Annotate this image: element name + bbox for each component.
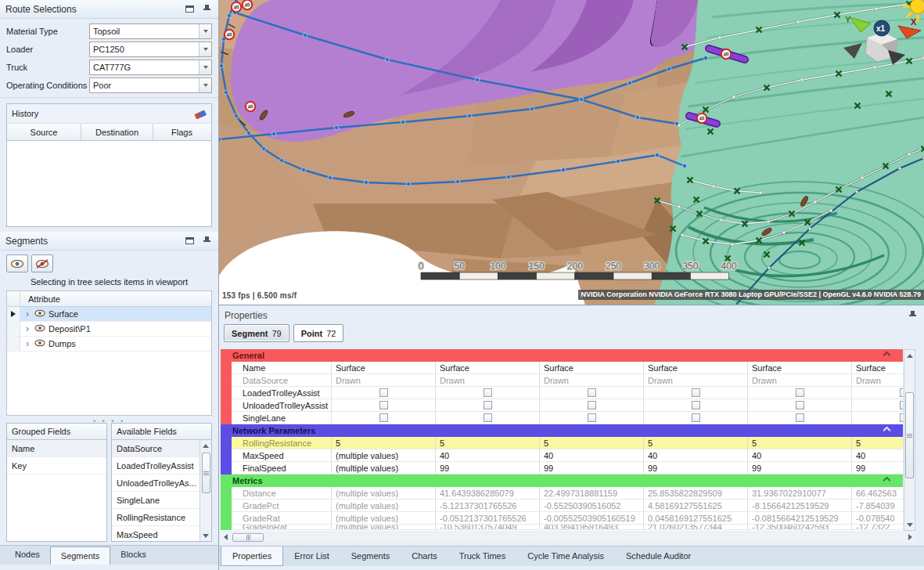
- checkbox-unchecked[interactable]: [692, 388, 700, 397]
- checkbox-unchecked[interactable]: [588, 413, 596, 422]
- scroll-down-icon[interactable]: [904, 519, 915, 530]
- property-cell[interactable]: (multiple values): [332, 487, 436, 500]
- available-field-item[interactable]: MaxSpeed: [112, 526, 200, 541]
- chevron-down-icon[interactable]: [199, 24, 211, 38]
- checkbox-unchecked[interactable]: [900, 388, 904, 397]
- property-cell[interactable]: 0.0458169127551625: [644, 512, 748, 525]
- properties-horizontal-scrollbar[interactable]: [221, 532, 915, 543]
- property-cell[interactable]: [852, 412, 903, 424]
- property-cell[interactable]: 5: [644, 437, 748, 449]
- property-cell[interactable]: [332, 399, 436, 412]
- scroll-up-icon[interactable]: [201, 440, 211, 451]
- property-cell[interactable]: 5: [852, 437, 903, 449]
- property-cell[interactable]: Surface: [540, 362, 644, 374]
- tree-row[interactable]: ›Surface: [7, 307, 211, 322]
- scrollbar-thumb[interactable]: [232, 533, 264, 542]
- property-cell[interactable]: 5: [748, 437, 852, 449]
- chevron-down-icon[interactable]: [199, 42, 211, 56]
- property-cell[interactable]: -7.854039: [852, 500, 903, 512]
- property-cell[interactable]: Drawn: [332, 374, 436, 387]
- property-cell[interactable]: -0.078540: [852, 512, 903, 525]
- property-cell[interactable]: 31.9367022910077: [748, 487, 852, 500]
- property-cell[interactable]: [748, 387, 852, 399]
- checkbox-unchecked[interactable]: [796, 413, 804, 422]
- property-cell[interactable]: -0.0512137301765526: [436, 512, 540, 525]
- history-column-header[interactable]: Destination: [81, 124, 153, 140]
- property-cell[interactable]: 22.4997318881159: [540, 487, 644, 500]
- collapse-chevron-icon[interactable]: [883, 477, 891, 485]
- checkbox-unchecked[interactable]: [692, 401, 700, 409]
- property-cell[interactable]: 25.8535822829509: [644, 487, 748, 500]
- visibility-eye-icon[interactable]: [34, 339, 45, 348]
- property-cell[interactable]: Surface: [748, 362, 852, 374]
- history-column-header[interactable]: Flags: [153, 124, 210, 140]
- property-cell[interactable]: 99: [644, 462, 748, 474]
- tab-point[interactable]: Point72: [293, 324, 344, 342]
- available-fields-scrollbar[interactable]: [200, 440, 211, 541]
- property-cell[interactable]: 99: [852, 462, 903, 474]
- expand-icon[interactable]: ›: [23, 323, 31, 334]
- property-cell[interactable]: 66.462563: [852, 487, 903, 500]
- expand-icon[interactable]: ›: [23, 338, 31, 349]
- checkbox-unchecked[interactable]: [379, 401, 388, 409]
- property-cell[interactable]: [332, 412, 436, 424]
- property-cell[interactable]: -12.3500460242593: [748, 525, 852, 530]
- dropdown-truck[interactable]: CAT777G: [89, 60, 212, 75]
- scrollbar-thumb[interactable]: [202, 453, 210, 493]
- property-cell[interactable]: [540, 412, 644, 424]
- property-cell[interactable]: (multiple values): [332, 512, 436, 525]
- tab-cycle-time-analysis[interactable]: Cycle Time Analysis: [516, 547, 615, 566]
- tab-segments[interactable]: Segments: [50, 547, 111, 565]
- property-cell[interactable]: -0.55250390516052: [540, 500, 644, 512]
- maximize-icon[interactable]: [183, 4, 196, 15]
- chevron-down-icon[interactable]: [199, 78, 211, 92]
- tab-segment[interactable]: Segment79: [224, 324, 289, 342]
- checkbox-unchecked[interactable]: [379, 413, 388, 422]
- property-cell[interactable]: [644, 399, 748, 412]
- scroll-left-icon[interactable]: [221, 532, 231, 543]
- show-all-button[interactable]: [6, 254, 28, 272]
- tab-charts[interactable]: Charts: [401, 547, 448, 566]
- tab-nodes[interactable]: Nodes: [5, 546, 50, 565]
- property-cell[interactable]: [436, 412, 540, 424]
- property-cell[interactable]: 99: [436, 462, 540, 474]
- property-cell[interactable]: 99: [748, 462, 852, 474]
- checkbox-unchecked[interactable]: [379, 388, 388, 397]
- property-cell[interactable]: [332, 387, 436, 399]
- scroll-down-icon[interactable]: [201, 530, 211, 541]
- section-header[interactable]: General: [221, 349, 903, 362]
- expand-icon[interactable]: ›: [23, 308, 31, 319]
- available-field-item[interactable]: UnloadedTrolleyAs...: [112, 474, 200, 492]
- tab-properties[interactable]: Properties: [221, 547, 283, 566]
- property-cell[interactable]: Drawn: [644, 374, 748, 387]
- dropdown-loader[interactable]: PC1250: [89, 41, 212, 57]
- property-cell[interactable]: -10.5360137574049: [436, 525, 540, 530]
- collapse-chevron-icon[interactable]: [883, 427, 891, 435]
- property-cell[interactable]: [644, 387, 748, 399]
- property-cell[interactable]: 5: [436, 437, 540, 449]
- checkbox-unchecked[interactable]: [588, 401, 596, 409]
- property-cell[interactable]: [852, 387, 903, 399]
- property-cell[interactable]: -8.15664212519529: [748, 500, 852, 512]
- property-cell[interactable]: 5: [540, 437, 644, 449]
- property-cell[interactable]: Surface: [436, 362, 540, 374]
- scroll-up-icon[interactable]: [904, 350, 915, 361]
- tab-error-list[interactable]: Error List: [283, 547, 340, 566]
- tab-blocks[interactable]: Blocks: [110, 546, 156, 565]
- property-cell[interactable]: -0.00552503905160519: [540, 512, 644, 525]
- pin-icon[interactable]: [200, 4, 213, 15]
- property-cell[interactable]: (multiple values): [332, 462, 436, 474]
- property-cell[interactable]: (multiple values): [332, 525, 436, 530]
- maximize-icon[interactable]: [183, 236, 196, 247]
- checkbox-unchecked[interactable]: [900, 401, 904, 409]
- checkbox-unchecked[interactable]: [692, 413, 700, 422]
- available-field-item[interactable]: SingleLane: [112, 492, 200, 509]
- tree-row[interactable]: ›Deposit\P1: [7, 322, 211, 337]
- property-cell[interactable]: -0.0815664212519529: [748, 512, 852, 525]
- visibility-eye-icon[interactable]: [34, 324, 45, 334]
- dropdown-material-type[interactable]: Topsoil: [89, 23, 212, 39]
- property-cell[interactable]: 40: [852, 449, 903, 462]
- property-cell[interactable]: 21.0260213577344: [644, 525, 748, 530]
- property-cell[interactable]: 40: [436, 449, 540, 462]
- property-cell[interactable]: 41.6439386285079: [436, 487, 540, 500]
